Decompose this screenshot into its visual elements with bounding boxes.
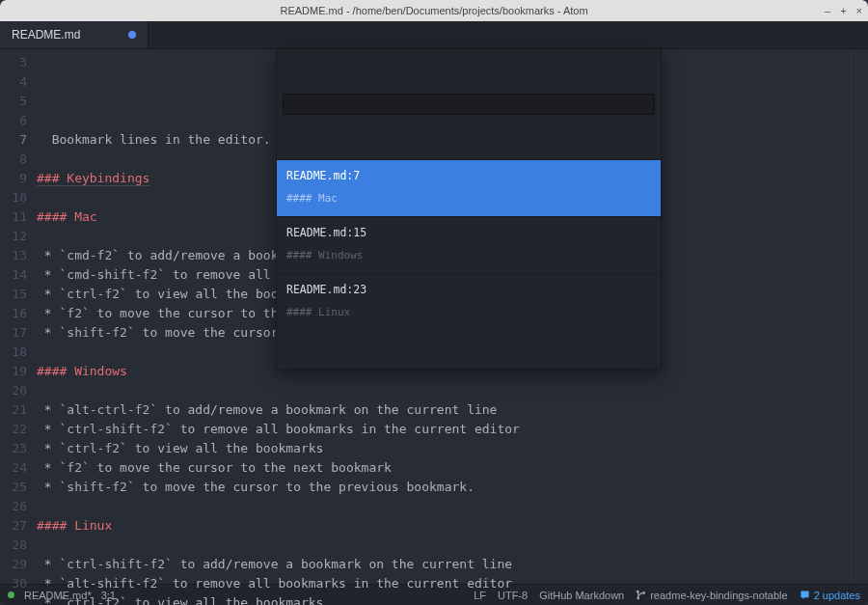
- fuzzy-finder-item-primary: README.md:15: [286, 223, 651, 242]
- code-token: to view all the bookmarks: [127, 595, 324, 605]
- code-token: #### Mac: [37, 209, 97, 224]
- line-number[interactable]: 22: [0, 420, 27, 439]
- fuzzy-finder-item[interactable]: README.md:23#### Linux: [277, 273, 661, 330]
- code-token: `alt-shift-f2`: [59, 576, 165, 591]
- code-token: `shift-f2`: [59, 325, 134, 340]
- line-number[interactable]: 9: [0, 169, 27, 188]
- line-number[interactable]: 23: [0, 439, 27, 458]
- line-number[interactable]: 26: [0, 497, 27, 516]
- code-token: #### Linux: [37, 518, 112, 533]
- window-minimize-button[interactable]: –: [825, 5, 830, 16]
- code-token: #### Windows: [37, 364, 127, 378]
- line-number[interactable]: 7: [0, 130, 27, 150]
- line-number[interactable]: 29: [0, 555, 27, 574]
- line-number[interactable]: 16: [0, 304, 27, 323]
- fuzzy-finder-item-secondary: #### Linux: [286, 303, 651, 322]
- fuzzy-finder-item-secondary: #### Mac: [286, 189, 651, 208]
- line-number[interactable]: 19: [0, 362, 27, 381]
- code-token: *: [37, 480, 59, 494]
- code-token: to add/remove a bookmark on the current …: [157, 402, 497, 417]
- code-token: `ctrl-shift-f2`: [59, 422, 172, 436]
- tab-readme[interactable]: README.md: [0, 21, 149, 48]
- line-number[interactable]: 28: [0, 536, 27, 555]
- code-line[interactable]: * `ctrl-shift-f2` to add/remove a bookma…: [37, 555, 851, 574]
- fuzzy-finder-input[interactable]: [344, 114, 715, 133]
- line-number-gutter[interactable]: 3456789101112131415161718192021222324252…: [0, 49, 33, 584]
- line-number[interactable]: 21: [0, 400, 27, 420]
- code-token: to add/remove a bookmark on the current …: [173, 557, 512, 571]
- line-number[interactable]: 10: [0, 188, 27, 207]
- code-token: to remove all bookmarks in the current e…: [173, 422, 520, 436]
- code-token: *: [37, 248, 59, 262]
- code-token: *: [37, 422, 59, 436]
- code-token: `cmd-shift-f2`: [59, 267, 165, 282]
- code-token: `ctrl-shift-f2`: [59, 557, 172, 571]
- code-token: `cmd-f2`: [59, 248, 120, 262]
- fuzzy-finder-input-wrap: [283, 94, 655, 115]
- code-line[interactable]: [37, 497, 851, 516]
- line-number[interactable]: 13: [0, 246, 27, 265]
- code-token: *: [37, 576, 59, 591]
- editor-area: 3456789101112131415161718192021222324252…: [0, 49, 868, 584]
- code-token: *: [37, 287, 59, 301]
- tab-bar: README.md: [0, 21, 868, 49]
- line-number[interactable]: 27: [0, 516, 27, 536]
- line-number[interactable]: 15: [0, 285, 27, 304]
- code-line[interactable]: * `f2` to move the cursor to the next bo…: [37, 458, 851, 478]
- line-number[interactable]: 3: [0, 53, 27, 72]
- code-token: *: [37, 557, 59, 571]
- fuzzy-finder-item[interactable]: README.md:7#### Mac: [277, 159, 661, 216]
- line-number[interactable]: 25: [0, 478, 27, 497]
- code-line[interactable]: * `ctrl-shift-f2` to remove all bookmark…: [37, 420, 851, 439]
- code-token: `ctrl-f2`: [59, 287, 126, 301]
- fuzzy-finder-item-primary: README.md:23: [286, 280, 651, 299]
- code-line[interactable]: #### Linux: [37, 516, 851, 536]
- code-token: to move the cursor to the previous bookm…: [135, 480, 475, 494]
- line-number[interactable]: 17: [0, 323, 27, 343]
- code-token: `alt-ctrl-f2`: [59, 402, 157, 417]
- code-token: `shift-f2`: [59, 480, 134, 494]
- code-token: `ctrl-f2`: [59, 595, 126, 605]
- code-line[interactable]: * `alt-ctrl-f2` to add/remove a bookmark…: [37, 400, 851, 420]
- code-token: *: [37, 460, 59, 475]
- code-token: *: [37, 325, 59, 340]
- code-line[interactable]: * `ctrl-f2` to view all the bookmarks: [37, 439, 851, 458]
- line-number[interactable]: 4: [0, 72, 27, 92]
- fuzzy-finder-item[interactable]: README.md:15#### Windows: [277, 216, 661, 273]
- window-title: README.md - /home/ben/Documents/projects…: [280, 5, 587, 16]
- code-line[interactable]: * `alt-shift-f2` to remove all bookmarks…: [37, 574, 851, 593]
- line-number[interactable]: 18: [0, 343, 27, 362]
- code-token: `f2`: [59, 460, 89, 475]
- code-token: to move the cursor to the next bookmark: [90, 460, 392, 475]
- line-number[interactable]: 5: [0, 92, 27, 111]
- line-number[interactable]: 24: [0, 458, 27, 478]
- code-token: *: [37, 267, 59, 282]
- line-number[interactable]: 14: [0, 265, 27, 285]
- code-token: *: [37, 402, 59, 417]
- minimap[interactable]: [851, 49, 868, 584]
- code-token: `ctrl-f2`: [59, 441, 126, 455]
- line-number[interactable]: 12: [0, 227, 27, 246]
- code-token: *: [37, 595, 59, 605]
- code-line[interactable]: [37, 536, 851, 555]
- code-line[interactable]: * `ctrl-f2` to view all the bookmarks: [37, 593, 851, 605]
- line-number[interactable]: 8: [0, 150, 27, 169]
- window-maximize-button[interactable]: +: [840, 5, 846, 16]
- code-token: to remove all bookmarks in the current e…: [165, 576, 512, 591]
- line-number[interactable]: 20: [0, 381, 27, 400]
- code-token: `f2`: [59, 306, 89, 320]
- text-editor[interactable]: README.md:7#### MacREADME.md:15#### Wind…: [33, 49, 851, 584]
- line-number[interactable]: 30: [0, 574, 27, 593]
- tab-dirty-indicator-icon: [128, 31, 136, 39]
- line-number[interactable]: 6: [0, 111, 27, 130]
- line-number[interactable]: 11: [0, 207, 27, 227]
- window-titlebar: README.md - /home/ben/Documents/projects…: [0, 0, 868, 21]
- fuzzy-finder-item-secondary: #### Windows: [286, 246, 651, 265]
- code-line[interactable]: [37, 381, 851, 400]
- fuzzy-finder-panel: README.md:7#### MacREADME.md:15#### Wind…: [276, 49, 662, 370]
- code-line[interactable]: * `shift-f2` to move the cursor to the p…: [37, 478, 851, 497]
- window-close-button[interactable]: ×: [856, 5, 862, 16]
- code-token: *: [37, 306, 59, 320]
- code-token: *: [37, 441, 59, 455]
- code-token: ### Keybindings: [37, 171, 149, 186]
